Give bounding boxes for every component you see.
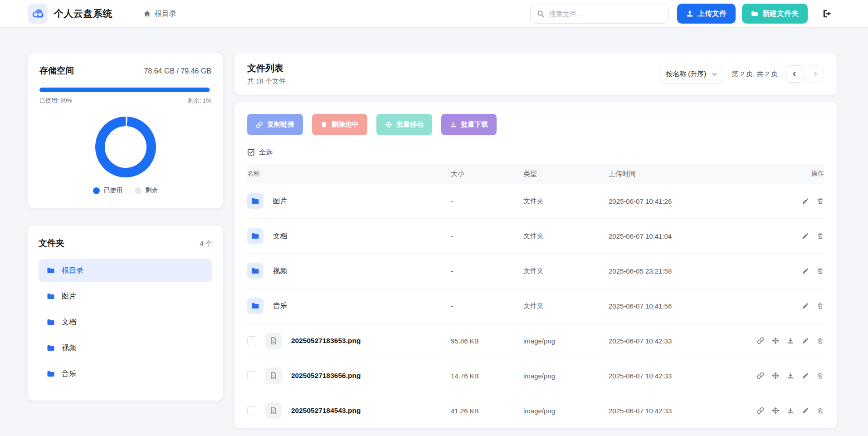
new-folder-label: 新建文件夹 xyxy=(762,9,799,19)
download-icon[interactable] xyxy=(787,337,794,344)
folder-plus-icon xyxy=(751,10,758,17)
batch-move-button[interactable]: 批量移动 xyxy=(376,114,432,135)
sidebar-folder-item[interactable]: 音乐 xyxy=(39,363,212,385)
edit-icon[interactable] xyxy=(802,372,809,379)
row-checkbox[interactable] xyxy=(247,336,256,345)
edit-icon[interactable] xyxy=(802,337,809,344)
column-size: 大小 xyxy=(451,170,523,178)
edit-icon[interactable] xyxy=(802,407,809,414)
table-row-folder[interactable]: 音乐 - 文件夹 2025-06-07 10:41:56 xyxy=(247,289,824,323)
row-name[interactable]: 音乐 xyxy=(273,301,287,311)
row-checkbox[interactable] xyxy=(247,371,256,380)
delete-icon[interactable] xyxy=(817,407,824,414)
folder-icon xyxy=(247,228,263,244)
edit-icon[interactable] xyxy=(802,302,809,309)
row-type: 文件夹 xyxy=(523,302,609,310)
storage-donut-chart xyxy=(95,117,156,177)
prev-page-button[interactable] xyxy=(786,65,803,83)
search-input[interactable] xyxy=(549,10,662,18)
row-size: 14.76 KB xyxy=(451,372,523,380)
row-type: image/png xyxy=(523,407,609,415)
delete-icon[interactable] xyxy=(817,372,824,379)
delete-selected-button[interactable]: 删除选中 xyxy=(312,114,367,135)
folder-icon xyxy=(47,318,55,326)
download-icon[interactable] xyxy=(787,372,794,379)
row-name[interactable]: 20250527184543.png xyxy=(291,407,361,415)
row-name[interactable]: 20250527183656.png xyxy=(291,372,361,380)
move-icon[interactable] xyxy=(772,372,779,379)
row-type: 文件夹 xyxy=(523,267,609,275)
sidebar-folder-item[interactable]: 视频 xyxy=(39,337,212,359)
row-name[interactable]: 视频 xyxy=(273,266,287,276)
storage-title: 存储空间 xyxy=(39,65,74,77)
breadcrumb[interactable]: 根目录 xyxy=(143,9,176,19)
table-row-file[interactable]: 20250527183656.png 14.76 KB image/png 20… xyxy=(247,358,824,393)
folder-icon xyxy=(47,370,55,378)
delete-icon[interactable] xyxy=(817,197,824,205)
move-icon[interactable] xyxy=(772,407,779,414)
batch-toolbar: 复制链接 删除选中 批量移动 xyxy=(247,114,824,135)
select-all-toggle[interactable]: 全选 xyxy=(247,148,824,157)
sidebar-folder-item[interactable]: 图片 xyxy=(39,285,212,308)
legend-used-dot xyxy=(93,187,100,194)
next-page-button[interactable] xyxy=(807,65,824,83)
app-title: 个人云盘系统 xyxy=(54,7,112,20)
legend-used-label: 已使用 xyxy=(104,186,123,195)
copy-link-button[interactable]: 复制链接 xyxy=(247,114,303,135)
sidebar-folder-label: 图片 xyxy=(62,292,76,301)
sidebar-folder-label: 文档 xyxy=(62,318,76,327)
logout-icon[interactable] xyxy=(821,8,833,20)
chevron-down-icon xyxy=(712,71,717,77)
row-size: - xyxy=(451,302,523,310)
table-row-folder[interactable]: 视频 - 文件夹 2025-06-05 23:21:58 xyxy=(247,254,824,289)
row-time: 2025-06-07 10:41:26 xyxy=(609,197,745,205)
table-row-folder[interactable]: 图片 - 文件夹 2025-06-07 10:41:26 xyxy=(247,184,824,219)
row-size: 41.26 KB xyxy=(451,407,523,415)
row-time: 2025-06-07 10:41:04 xyxy=(609,232,745,240)
row-size: - xyxy=(451,232,523,240)
sidebar-folder-item[interactable]: 根目录 xyxy=(39,259,212,282)
row-name[interactable]: 图片 xyxy=(273,196,287,206)
search-box xyxy=(530,4,669,24)
folders-card: 文件夹 4 个 根目录 图片 文档 视频 音乐 xyxy=(28,225,223,401)
edit-icon[interactable] xyxy=(802,232,809,240)
table-row-folder[interactable]: 文档 - 文件夹 2025-06-07 10:41:04 xyxy=(247,219,824,254)
link-icon[interactable] xyxy=(757,337,764,344)
row-type: image/png xyxy=(523,372,609,380)
delete-icon[interactable] xyxy=(817,302,824,309)
table-row-file[interactable]: 20250527183653.png 95.86 KB image/png 20… xyxy=(247,323,824,358)
link-icon[interactable] xyxy=(757,407,764,414)
row-name[interactable]: 20250527183653.png xyxy=(291,337,361,345)
row-name[interactable]: 文档 xyxy=(273,231,287,241)
row-size: - xyxy=(451,197,523,205)
folder-icon xyxy=(47,344,55,352)
delete-selected-label: 删除选中 xyxy=(332,120,359,129)
legend-free-label: 剩余 xyxy=(146,186,158,195)
app-logo xyxy=(28,4,48,24)
move-icon[interactable] xyxy=(772,337,779,344)
table-header-row: 名称 大小 类型 上传时间 操作 xyxy=(247,164,824,184)
link-icon[interactable] xyxy=(757,372,764,379)
table-row-file[interactable]: 20250527184543.png 41.26 KB image/png 20… xyxy=(247,393,824,428)
delete-icon[interactable] xyxy=(817,337,824,344)
row-checkbox[interactable] xyxy=(247,406,256,415)
sort-select[interactable]: 按名称 (升序) xyxy=(659,65,724,83)
upload-file-label: 上传文件 xyxy=(697,9,727,19)
new-folder-button[interactable]: 新建文件夹 xyxy=(742,4,808,24)
edit-icon[interactable] xyxy=(802,197,809,205)
storage-free-label: 剩余: 1% xyxy=(188,97,211,105)
download-icon[interactable] xyxy=(787,407,794,414)
folder-icon xyxy=(47,266,55,274)
edit-icon[interactable] xyxy=(802,267,809,274)
batch-download-label: 批量下载 xyxy=(461,120,488,129)
delete-icon[interactable] xyxy=(817,267,824,274)
trash-icon xyxy=(321,121,327,128)
select-all-label: 全选 xyxy=(259,148,273,157)
batch-download-button[interactable]: 批量下载 xyxy=(441,114,497,135)
image-file-icon xyxy=(265,367,282,384)
sidebar-folder-item[interactable]: 文档 xyxy=(39,311,212,333)
folders-count: 4 个 xyxy=(200,240,212,248)
delete-icon[interactable] xyxy=(817,232,824,240)
upload-file-button[interactable]: 上传文件 xyxy=(677,4,736,24)
row-type: 文件夹 xyxy=(523,197,609,206)
